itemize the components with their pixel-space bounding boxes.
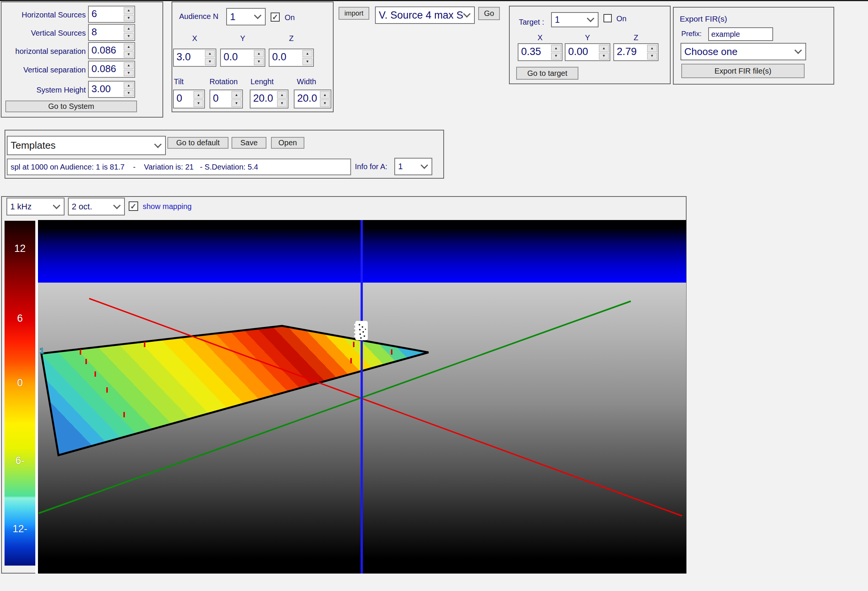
- audience-z-label: Z: [269, 34, 314, 43]
- bandwidth-value: 2 oct.: [69, 202, 92, 212]
- audience-on-checkbox[interactable]: ✓: [271, 13, 280, 22]
- open-button[interactable]: Open: [271, 137, 304, 149]
- spinner-up-icon[interactable]: ▲: [232, 91, 241, 99]
- spinner-up-icon[interactable]: ▲: [194, 91, 203, 99]
- chevron-down-icon: [794, 47, 802, 54]
- spinner-down-icon[interactable]: ▼: [124, 15, 134, 22]
- target-x-label: X: [518, 33, 562, 42]
- templates-panel: Templates Go to default Save Open spl at…: [5, 130, 444, 179]
- spinner-down-icon[interactable]: ▼: [599, 53, 609, 60]
- target-x-stepper[interactable]: 0.35 ▲▼: [518, 43, 562, 61]
- export-fir-button[interactable]: Export FIR file(s): [681, 64, 805, 78]
- go-to-target-button[interactable]: Go to target: [516, 67, 578, 80]
- go-to-system-button[interactable]: Go to System: [5, 101, 137, 112]
- speaker-icon[interactable]: [354, 321, 368, 340]
- export-choose-value: Choose one: [681, 46, 737, 58]
- spinner-up-icon[interactable]: ▲: [124, 25, 134, 32]
- templates-value: Templates: [8, 140, 56, 151]
- frequency-dropdown[interactable]: 1 kHz: [6, 198, 65, 215]
- chevron-down-icon: [587, 15, 594, 22]
- spinner-up-icon[interactable]: ▲: [647, 45, 657, 52]
- audience-x-stepper[interactable]: 3.0 ▲▼: [173, 49, 216, 67]
- spinner-up-icon[interactable]: ▲: [320, 91, 330, 99]
- rotation-stepper[interactable]: 0 ▲▼: [210, 90, 243, 108]
- spinner-down-icon[interactable]: ▼: [647, 53, 657, 60]
- templates-dropdown[interactable]: Templates: [7, 136, 166, 155]
- bandwidth-dropdown[interactable]: 2 oct.: [68, 198, 125, 215]
- spinner-down-icon[interactable]: ▼: [232, 99, 241, 107]
- horizontal-sources-label: Horizontal Sources: [5, 11, 86, 19]
- colorbar-label-minus12: 12-: [5, 523, 35, 535]
- target-y-stepper[interactable]: 0.00 ▲▼: [565, 43, 610, 61]
- target-label: Target :: [519, 18, 544, 27]
- audience-z-value: 0.0: [272, 51, 287, 63]
- spinner-up-icon[interactable]: ▲: [124, 44, 134, 50]
- audience-number-marker: 1: [39, 346, 44, 355]
- spinner-down-icon[interactable]: ▼: [124, 51, 134, 58]
- vertical-sources-label: Vertical Sources: [5, 29, 86, 38]
- export-choose-dropdown[interactable]: Choose one: [681, 43, 806, 60]
- vertical-separation-label: Vertical separation: [5, 66, 86, 74]
- check-icon: ✓: [130, 202, 137, 211]
- spinner-up-icon[interactable]: ▲: [124, 82, 134, 89]
- target-number-dropdown[interactable]: 1: [551, 12, 599, 27]
- width-label: Width: [297, 77, 316, 86]
- spinner-down-icon[interactable]: ▼: [124, 70, 134, 77]
- audience-number-dropdown[interactable]: 1: [226, 8, 266, 25]
- spinner-down-icon[interactable]: ▼: [302, 58, 312, 65]
- length-label: Lenght: [250, 77, 274, 86]
- length-stepper[interactable]: 20.0 ▲▼: [250, 90, 288, 108]
- spinner-down-icon[interactable]: ▼: [254, 58, 264, 65]
- target-on-label: On: [616, 14, 627, 23]
- system-height-label: System Height: [5, 86, 86, 94]
- tilt-stepper[interactable]: 0 ▲▼: [173, 90, 205, 108]
- spinner-up-icon[interactable]: ▲: [599, 45, 609, 52]
- check-icon: ✓: [272, 13, 279, 22]
- spinner-down-icon[interactable]: ▼: [194, 99, 203, 107]
- go-to-default-button[interactable]: Go to default: [167, 137, 228, 149]
- spinner-down-icon[interactable]: ▼: [277, 99, 287, 107]
- target-z-stepper[interactable]: 2.79 ▲▼: [613, 43, 658, 61]
- audience-z-stepper[interactable]: 0.0 ▲▼: [269, 49, 314, 67]
- export-fir-panel: Export FIR(s) Prefix: Choose one Export …: [673, 7, 834, 85]
- spinner-up-icon[interactable]: ▲: [124, 62, 134, 69]
- spinner-down-icon[interactable]: ▼: [551, 53, 561, 60]
- rotation-value: 0: [213, 93, 219, 104]
- audience-y-stepper[interactable]: 0.0 ▲▼: [220, 49, 265, 67]
- horizontal-sources-stepper[interactable]: 6 ▲▼: [88, 6, 135, 23]
- virtual-source-dropdown[interactable]: V. Source 4 max S: [375, 6, 475, 24]
- horizontal-separation-stepper[interactable]: 0.086 ▲▼: [88, 42, 135, 59]
- spinner-down-icon[interactable]: ▼: [124, 33, 134, 40]
- spinner-up-icon[interactable]: ▲: [205, 50, 215, 57]
- spinner-up-icon[interactable]: ▲: [254, 50, 264, 57]
- info-for-a-dropdown[interactable]: 1: [394, 158, 432, 175]
- prefix-input[interactable]: [708, 27, 773, 41]
- spinner-up-icon[interactable]: ▲: [551, 45, 561, 52]
- width-value: 20.0: [297, 93, 317, 104]
- spinner-down-icon[interactable]: ▼: [124, 90, 134, 97]
- vertical-sources-stepper[interactable]: 8 ▲▼: [88, 24, 135, 41]
- audience-y-label: Y: [220, 34, 265, 43]
- spinner-up-icon[interactable]: ▲: [124, 7, 134, 14]
- import-button[interactable]: import: [339, 7, 369, 20]
- vertical-separation-stepper[interactable]: 0.086 ▲▼: [88, 61, 135, 78]
- system-height-value: 3.00: [91, 83, 111, 95]
- system-height-stepper[interactable]: 3.00 ▲▼: [88, 81, 135, 98]
- spinner-up-icon[interactable]: ▲: [302, 50, 312, 57]
- frequency-value: 1 kHz: [7, 202, 32, 212]
- horizontal-separation-value: 0.086: [91, 44, 116, 56]
- save-button[interactable]: Save: [232, 137, 266, 149]
- spinner-down-icon[interactable]: ▼: [320, 99, 330, 107]
- window-top-border: [0, 0, 868, 1]
- chevron-down-icon: [154, 140, 162, 148]
- go-button[interactable]: Go: [478, 7, 500, 20]
- spinner-down-icon[interactable]: ▼: [205, 58, 215, 65]
- mapping-3d-canvas[interactable]: 1: [38, 220, 686, 574]
- show-mapping-checkbox[interactable]: ✓: [129, 201, 138, 211]
- audience-on-label: On: [285, 13, 295, 22]
- width-stepper[interactable]: 20.0 ▲▼: [294, 90, 331, 108]
- vertical-separation-value: 0.086: [91, 63, 116, 75]
- target-on-checkbox[interactable]: [603, 14, 612, 22]
- spinner-up-icon[interactable]: ▲: [277, 91, 287, 99]
- spl-status-field: spl at 1000 on Audience: 1 is 81.7 - Var…: [7, 159, 351, 175]
